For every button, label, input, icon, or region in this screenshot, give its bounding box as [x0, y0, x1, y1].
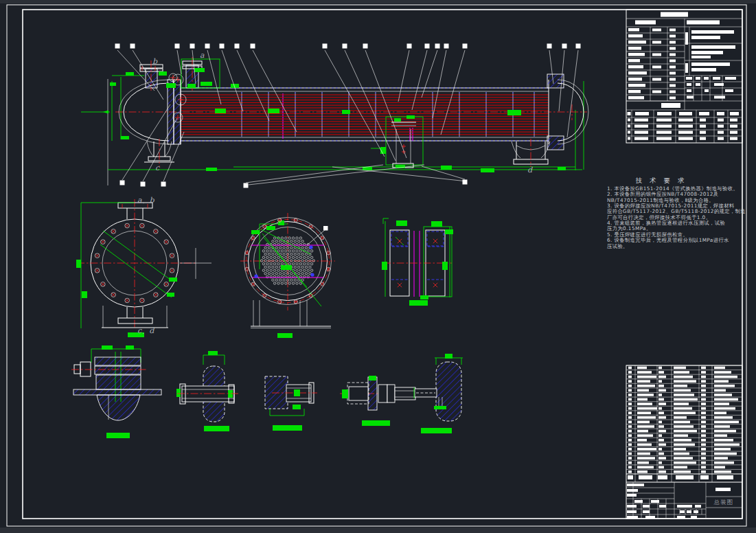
- tube-hole: [288, 282, 290, 284]
- tube-hole: [275, 279, 277, 281]
- table-text-block: [628, 71, 647, 75]
- table-text-block: [685, 63, 688, 73]
- bom-cell-block: [658, 466, 664, 468]
- bom-cell-block: [628, 402, 632, 405]
- bom-cell-block: [714, 444, 740, 446]
- table-text-block: [669, 54, 676, 56]
- part-balloon: [562, 44, 567, 49]
- tube-hole: [279, 240, 282, 242]
- part-balloon: [115, 44, 120, 49]
- part-balloon: [343, 44, 347, 49]
- table-text-block: [669, 35, 676, 38]
- bom-cell-block: [658, 462, 662, 464]
- tube-hole: [270, 269, 272, 271]
- table-text-block: [669, 60, 676, 63]
- tubesheet-view: [240, 213, 335, 338]
- title-block-text-block: [627, 510, 637, 513]
- bom-cell-block: [701, 462, 706, 464]
- tube-hole: [299, 263, 301, 265]
- tube-hole: [275, 260, 277, 262]
- bom-header-block: [639, 475, 652, 479]
- title-block-text-block: [691, 516, 697, 519]
- table-text-block: [678, 137, 693, 140]
- title-block-text-block: [651, 500, 659, 503]
- tube-hole: [277, 269, 279, 271]
- tube-hole: [285, 282, 287, 284]
- tube-hole: [299, 256, 301, 258]
- bom-cell-block: [628, 416, 632, 419]
- leader-line: [422, 50, 437, 98]
- tube-hole: [283, 253, 285, 255]
- tube-hole: [292, 237, 294, 239]
- bom-cell-block: [701, 371, 706, 374]
- bom-cell-block: [658, 376, 666, 378]
- table-text-block: [656, 119, 672, 122]
- bom-cell-block: [674, 371, 689, 374]
- bom-cell-block: [628, 385, 632, 387]
- bom-cell-block: [674, 457, 693, 460]
- part-balloon: [161, 182, 166, 187]
- table-text-block: [669, 29, 676, 32]
- bom-cell-block: [701, 380, 706, 383]
- tube-hole: [296, 282, 298, 284]
- table-text-block: [661, 12, 688, 17]
- tube-hole: [266, 263, 268, 265]
- table-text-block: [628, 53, 645, 56]
- table-text-block: [656, 125, 672, 128]
- table-text-block: [628, 47, 641, 50]
- table-text-block: [678, 119, 693, 122]
- tube-hole: [277, 250, 279, 252]
- drawing-canvas[interactable]: b a: [0, 0, 756, 533]
- bom-cell-block: [658, 470, 666, 473]
- table-text-block: [691, 30, 734, 34]
- tube-hole: [290, 279, 293, 281]
- bom-cell-block: [637, 385, 655, 387]
- bom-cell-block: [701, 453, 706, 455]
- leader-line: [207, 50, 221, 104]
- bom-cell-block: [701, 402, 706, 405]
- title-block-text-block: [677, 516, 685, 519]
- bom-cell-block: [674, 367, 686, 370]
- bom-cell-block: [628, 398, 632, 401]
- bom-cell-block: [628, 376, 632, 378]
- detail-saddle-bolt: [71, 345, 161, 438]
- bom-cell-block: [628, 421, 632, 424]
- bom-cell-block: [714, 398, 738, 401]
- table-text-block: [730, 131, 737, 134]
- bom-cell-block: [628, 367, 632, 370]
- bom-cell-block: [714, 367, 725, 370]
- table-text-block: [652, 29, 661, 32]
- table-text-block: [628, 59, 640, 63]
- tube-hole: [301, 273, 303, 275]
- table-text-block: [634, 131, 648, 134]
- table-text-block: [691, 56, 711, 58]
- bom-cell-block: [628, 425, 632, 428]
- bom-cell-block: [714, 416, 733, 419]
- bom-cell-block: [701, 385, 706, 387]
- bom-cell-block: [714, 371, 731, 374]
- bom-cell-block: [637, 416, 656, 419]
- bom-cell-block: [714, 470, 731, 473]
- table-text-block: [628, 84, 645, 87]
- bom-cell-block: [674, 466, 687, 468]
- tube-hole: [281, 263, 283, 265]
- tube-hole: [264, 273, 266, 275]
- leader-line: [177, 50, 181, 74]
- tube-hole: [296, 237, 298, 239]
- flange-end-view: a、b c、d: [76, 196, 211, 337]
- part-balloon: [363, 44, 368, 49]
- tube-hole: [310, 250, 312, 252]
- bom-cell-block: [674, 470, 691, 473]
- table-text-block: [687, 21, 720, 25]
- bom-cell-block: [637, 380, 650, 383]
- table-text-block: [669, 97, 676, 100]
- title-block-text-block: [643, 510, 650, 513]
- bom-cell-block: [701, 434, 706, 437]
- cad-viewport[interactable]: b a: [0, 0, 756, 533]
- bom-cell-block: [628, 466, 632, 468]
- tube-hole: [283, 247, 285, 249]
- bom-table: 总装图: [626, 365, 742, 519]
- leader-line: [122, 104, 170, 180]
- part-balloon: [444, 44, 449, 49]
- bom-cell-block: [658, 389, 666, 392]
